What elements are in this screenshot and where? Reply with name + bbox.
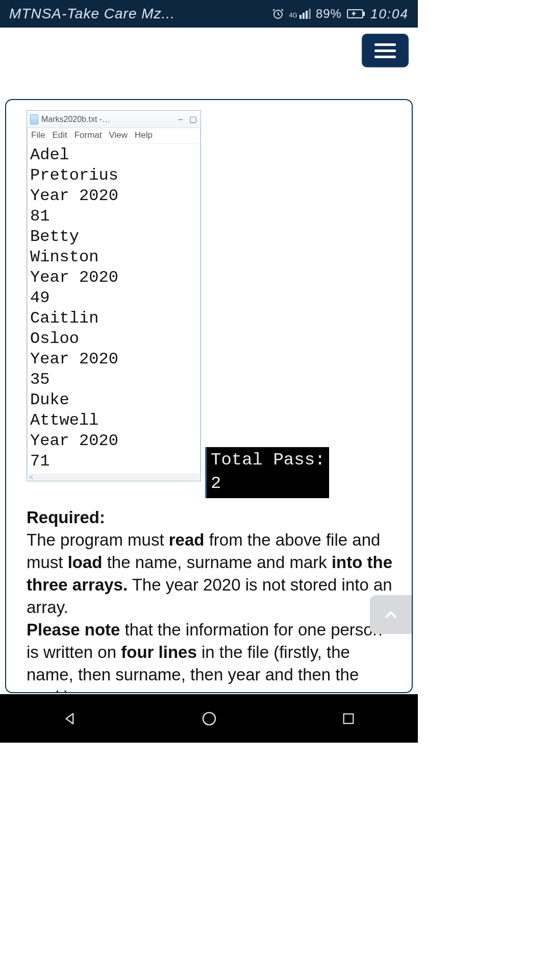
content-card: Marks2020b.txt -… – ▢ File Edit Format V… [5,99,413,693]
hamburger-icon [374,43,396,46]
notepad-file-icon [30,114,38,125]
status-title: MTNSA-Take Care Mz... [9,6,272,22]
notepad-window: Marks2020b.txt -… – ▢ File Edit Format V… [27,110,201,481]
notepad-titlebar: Marks2020b.txt -… – ▢ [27,111,201,128]
status-clock: 10:04 [370,6,409,22]
menu-format[interactable]: Format [74,130,102,140]
network-label: 4G [289,12,297,19]
notepad-filename: Marks2020b.txt -… [41,115,173,124]
android-nav-bar [0,694,418,743]
notepad-menubar: File Edit Format View Help [27,128,201,144]
nav-home-button[interactable] [199,708,219,729]
console-line-2: 2 [211,474,221,493]
minimize-icon: – [176,115,185,124]
maximize-icon: ▢ [188,114,197,124]
scroll-top-button[interactable] [370,595,412,634]
circle-home-icon [201,710,217,727]
figure-area: Marks2020b.txt -… – ▢ File Edit Format V… [6,100,412,503]
menu-edit[interactable]: Edit [52,130,67,140]
required-label: Required: [27,508,105,527]
nav-back-button[interactable] [60,708,80,729]
chevron-up-icon [382,606,399,623]
menu-file[interactable]: File [31,130,45,140]
square-recents-icon [341,712,356,726]
nav-recents-button[interactable] [338,708,359,729]
menu-view[interactable]: View [109,130,128,140]
android-status-bar: MTNSA-Take Care Mz... 4G 89% 10:04 [0,0,418,28]
alarm-icon [272,8,284,20]
battery-icon [347,9,365,18]
status-right: 4G 89% 10:04 [272,6,409,22]
svg-rect-4 [343,714,353,723]
notepad-scrollbar[interactable] [27,474,201,481]
svg-point-3 [203,713,215,725]
battery-percent: 89% [316,7,342,21]
svg-rect-2 [363,12,365,16]
instructions-text: Required: The program must read from the… [6,503,412,693]
signal-icon: 4G [289,9,311,19]
console-output: Total Pass: 2 [205,447,329,498]
notepad-body: Adel Pretorius Year 2020 81 Betty Winsto… [27,144,201,474]
menu-button[interactable] [362,34,409,67]
app-bar [0,28,418,99]
console-line-1: Total Pass: [211,450,325,470]
menu-help[interactable]: Help [135,130,153,140]
triangle-back-icon [62,711,78,726]
